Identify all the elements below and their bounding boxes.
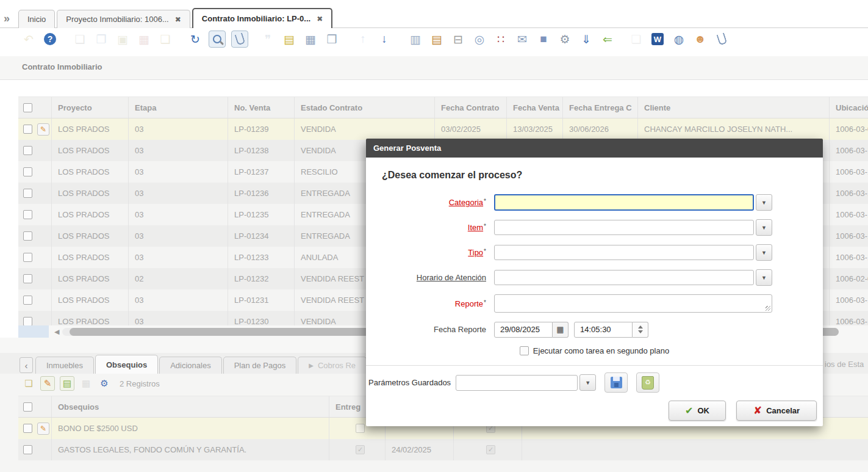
- calendar-icon[interactable]: ▦: [303, 31, 318, 47]
- attachments-icon[interactable]: [714, 31, 730, 47]
- cell-etapa: 03: [129, 247, 228, 268]
- table-row[interactable]: GASTOS LEGALES, FONDO COMÚN Y GARANTÍA.✓…: [18, 439, 868, 460]
- calendar-icon[interactable]: ▦: [553, 322, 569, 338]
- row-checkbox[interactable]: [23, 424, 32, 433]
- background-task-checkbox[interactable]: [520, 346, 529, 355]
- row-checkbox[interactable]: [23, 189, 32, 198]
- fecha-reporte-date-input[interactable]: 29/08/2025: [494, 322, 553, 338]
- row-checkbox[interactable]: [23, 445, 32, 454]
- web-globe-icon[interactable]: ◍: [671, 31, 687, 47]
- tab-plan-de-pagos[interactable]: Plan de Pagos: [223, 357, 297, 374]
- spinner-down-icon[interactable]: [638, 330, 643, 333]
- column-header-fecha-entrega-c[interactable]: Fecha Entrega C: [563, 97, 638, 118]
- column-header-proyecto[interactable]: Proyecto: [52, 97, 129, 118]
- column-header-etapa[interactable]: Etapa: [129, 97, 228, 118]
- dropdown-button[interactable]: ▼: [756, 219, 772, 236]
- document-search-icon[interactable]: ◎: [472, 31, 487, 47]
- row-checkbox[interactable]: [23, 167, 32, 176]
- help-icon[interactable]: ?: [42, 31, 58, 47]
- table-row[interactable]: ✎LOS PRADOS03LP-01239VENDIDA03/02/202513…: [18, 118, 868, 140]
- field-label-text[interactable]: Categoria: [449, 198, 483, 207]
- entregado-checkbox[interactable]: [356, 424, 365, 433]
- move-down-icon[interactable]: ↓: [376, 31, 392, 47]
- search-icon[interactable]: [209, 31, 226, 48]
- time-spinner[interactable]: [633, 322, 648, 338]
- print-icon[interactable]: ⊟: [450, 31, 466, 47]
- grid-settings-icon[interactable]: ⚙: [98, 377, 111, 390]
- delete-record-icon[interactable]: ▤: [60, 376, 74, 391]
- column-header-no-venta[interactable]: No. Venta: [228, 97, 295, 118]
- edit-record-icon[interactable]: ✎: [37, 423, 49, 435]
- archive-drawer-icon[interactable]: ▤: [429, 31, 445, 47]
- row-checkbox[interactable]: [23, 296, 32, 305]
- column-header-cliente[interactable]: Cliente: [638, 97, 830, 118]
- field-input-item[interactable]: [494, 220, 754, 235]
- cube-icon[interactable]: ■: [536, 31, 551, 47]
- row-checkbox[interactable]: [23, 210, 32, 219]
- column-header-ubicaci-n[interactable]: Ubicación: [830, 97, 868, 118]
- tab-adicionales[interactable]: Adicionales: [159, 357, 222, 374]
- row-checkbox[interactable]: [23, 125, 32, 134]
- row-checkbox[interactable]: [23, 274, 32, 283]
- column-header-fecha-contrato[interactable]: Fecha Contrato: [435, 97, 507, 118]
- tab-inmuebles[interactable]: Inmuebles: [35, 357, 94, 374]
- new-record-icon[interactable]: ❏: [22, 377, 35, 390]
- select-all-checkbox[interactable]: [23, 103, 32, 112]
- ok-button[interactable]: ✔ OK: [669, 401, 726, 421]
- close-icon[interactable]: ✖: [317, 15, 323, 23]
- scroll-left-arrow-icon[interactable]: ◀: [54, 328, 59, 336]
- field-label-text[interactable]: Item: [468, 223, 483, 232]
- spinner-up-icon[interactable]: [638, 325, 643, 329]
- entregado-checkbox[interactable]: ✓: [356, 445, 365, 454]
- resize-handle-icon[interactable]: [766, 306, 770, 311]
- attach-icon[interactable]: [231, 31, 248, 48]
- fecha-reporte-time-input[interactable]: 14:05:30: [574, 322, 633, 338]
- tab-clipped-right[interactable]: ios de Esta: [825, 356, 868, 372]
- tab-obsequios[interactable]: Obsequios: [95, 355, 158, 374]
- import-file-icon[interactable]: ⇐: [600, 31, 615, 47]
- field-input-categoria[interactable]: [494, 194, 754, 211]
- workflow-icon[interactable]: ∷: [493, 31, 509, 47]
- dropdown-button[interactable]: ▼: [756, 194, 772, 211]
- sticky-note-icon[interactable]: ▤: [281, 31, 297, 47]
- field-textarea-reporte[interactable]: [494, 294, 772, 313]
- edit-record-icon[interactable]: ✎: [40, 376, 55, 391]
- row-checkbox[interactable]: [23, 146, 32, 155]
- dialog-titlebar[interactable]: Generar Posventa: [366, 139, 823, 158]
- share-contacts-icon[interactable]: ✉: [514, 31, 530, 47]
- row-checkbox[interactable]: [23, 231, 32, 241]
- export-disk-icon[interactable]: ⇓: [578, 31, 594, 47]
- column-header-fecha-venta[interactable]: Fecha Venta: [507, 97, 563, 118]
- field-label-text[interactable]: Horario de Atención: [417, 273, 486, 282]
- cancel-button[interactable]: ✘ Cancelar: [736, 401, 817, 421]
- edit-record-icon[interactable]: ✎: [37, 123, 49, 136]
- save-params-button[interactable]: [604, 372, 628, 393]
- close-icon[interactable]: ✖: [175, 15, 181, 24]
- tab-contrato-inmobiliario-lp-0[interactable]: Contrato Inmobiliario: LP-0...✖: [192, 8, 332, 28]
- saved-params-input[interactable]: [456, 375, 578, 391]
- select-all-checkbox[interactable]: [23, 402, 32, 412]
- dropdown-button[interactable]: ▼: [756, 269, 772, 286]
- word-export-icon[interactable]: W: [650, 31, 665, 47]
- field-input-horario-de-atenci-n[interactable]: [494, 270, 754, 285]
- field-label-text[interactable]: Tipo: [468, 248, 483, 257]
- preview-document-icon[interactable]: ▥: [407, 31, 423, 47]
- dropdown-button[interactable]: ▼: [756, 244, 772, 261]
- row-checkbox[interactable]: [23, 317, 32, 325]
- tab-inicio[interactable]: Inicio: [18, 10, 55, 28]
- field-input-tipo[interactable]: [494, 245, 754, 260]
- tab-proyecto-inmobiliario-1006[interactable]: Proyecto Inmobiliario: 1006...✖: [57, 10, 190, 28]
- collapse-panel-icon[interactable]: »: [4, 12, 10, 25]
- row-checkbox[interactable]: [23, 253, 32, 262]
- window-layout-icon[interactable]: ❒: [324, 31, 340, 47]
- column-header-estado-contrato[interactable]: Estado Contrato: [295, 97, 435, 118]
- delete-params-button[interactable]: ♻: [636, 372, 659, 393]
- settings-gear-icon[interactable]: ⚙: [557, 31, 573, 47]
- user-icon[interactable]: ☻: [692, 31, 708, 47]
- tab-cobros-re[interactable]: ▶Cobros Re: [298, 357, 367, 374]
- saved-params-dropdown-button[interactable]: ▼: [579, 374, 596, 391]
- refresh-icon[interactable]: ↻: [187, 31, 203, 47]
- column-header-obsequios[interactable]: Obsequios: [52, 396, 329, 417]
- tab-scroll-left-button[interactable]: ‹: [20, 357, 33, 373]
- checkbox[interactable]: ✓: [486, 445, 495, 454]
